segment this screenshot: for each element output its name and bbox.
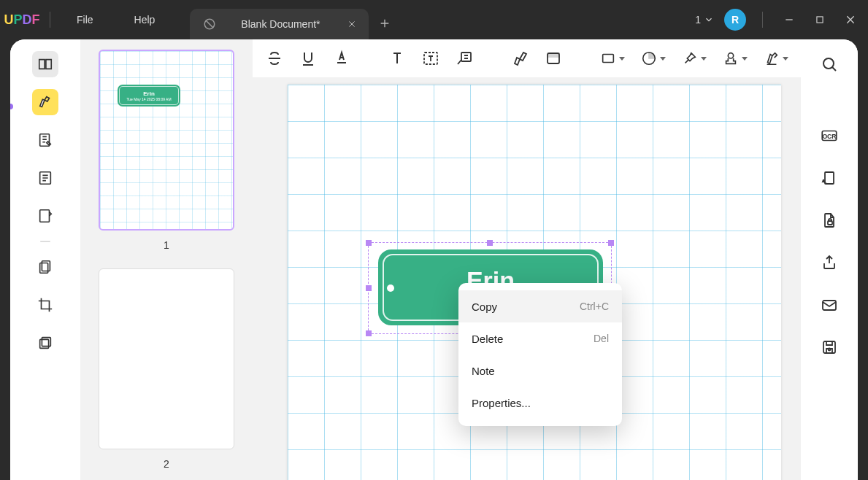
thumbnail-page-2[interactable]: 2	[99, 268, 234, 470]
thumb-number: 1	[164, 239, 169, 251]
resize-handle-tr[interactable]	[608, 240, 614, 246]
logo-letter: U	[4, 12, 13, 28]
highlight-tool-icon[interactable]	[32, 89, 58, 115]
text-tool-icon[interactable]	[32, 165, 58, 191]
share-icon[interactable]	[818, 251, 841, 274]
pin-icon[interactable]	[682, 47, 707, 69]
resize-handle-bl[interactable]	[366, 330, 372, 336]
blank-doc-icon	[203, 18, 216, 31]
stamp-icon[interactable]	[723, 47, 748, 69]
thumbnail-panel: Erin Tue May 14 2025 08:09 AM 1 2	[80, 39, 253, 480]
app-logo: UPDF	[0, 12, 44, 28]
right-rail: OCR	[801, 39, 858, 480]
svg-point-16	[823, 58, 834, 69]
new-tab-button[interactable]	[372, 7, 398, 39]
format-toolbar	[253, 39, 801, 77]
svg-rect-22	[823, 341, 835, 353]
area-icon[interactable]	[545, 47, 562, 69]
lock-file-icon[interactable]	[818, 209, 841, 232]
svg-text:OCR: OCR	[822, 133, 837, 140]
window-controls-group: 1 R	[695, 9, 868, 31]
logo-letter: F	[32, 12, 40, 28]
rectangle-icon[interactable]	[600, 47, 625, 69]
menu-label: Delete	[472, 333, 503, 345]
svg-rect-21	[823, 301, 836, 310]
crop-tool-icon[interactable]	[32, 292, 58, 318]
text-box-icon[interactable]	[422, 47, 439, 69]
divider	[50, 12, 50, 28]
page[interactable]: Erin Tue M Copy Ctrl+C Delete	[288, 85, 781, 480]
signature-icon[interactable]	[764, 47, 788, 69]
svg-rect-8	[40, 339, 49, 348]
workspace: Erin Tue May 14 2025 08:09 AM 1 2	[10, 39, 858, 480]
svg-rect-10	[461, 53, 471, 61]
search-icon[interactable]	[818, 53, 841, 76]
context-menu-note[interactable]: Note	[458, 355, 622, 387]
thumb-number: 2	[164, 458, 169, 470]
titlebar: UPDF File Help Blank Document* 1 R	[0, 0, 868, 39]
divider	[762, 12, 763, 28]
save-icon[interactable]	[818, 336, 841, 359]
mini-sign-name: Erin	[143, 90, 155, 97]
sticker-icon[interactable]	[641, 47, 666, 69]
reader-tool-icon[interactable]	[32, 51, 58, 77]
menu-shortcut: Del	[594, 333, 609, 344]
file-menu[interactable]: File	[56, 14, 114, 26]
chevron-down-icon	[742, 57, 748, 61]
canvas-area[interactable]: Erin Tue M Copy Ctrl+C Delete	[253, 77, 801, 480]
ocr-icon[interactable]: OCR	[818, 124, 841, 147]
text-color-icon[interactable]	[333, 47, 350, 69]
strike-icon[interactable]	[266, 47, 283, 69]
form-tool-icon[interactable]	[32, 203, 58, 229]
svg-rect-20	[828, 221, 832, 225]
chevron-down-icon	[783, 57, 788, 61]
page-indicator[interactable]: 1	[695, 14, 714, 26]
context-menu: Copy Ctrl+C Delete Del Note Properties..…	[458, 283, 622, 426]
mail-icon[interactable]	[818, 293, 841, 317]
tab-close-icon[interactable]	[345, 18, 358, 31]
layers-tool-icon[interactable]	[32, 330, 58, 356]
menu-label: Note	[472, 365, 495, 377]
svg-rect-1	[817, 17, 823, 23]
separator	[40, 241, 50, 242]
mini-sign-date: Tue May 14 2025 08:09 AM	[126, 97, 171, 101]
avatar[interactable]: R	[724, 9, 746, 31]
help-menu[interactable]: Help	[114, 14, 176, 26]
chevron-down-icon	[619, 57, 625, 61]
left-rail	[10, 39, 80, 480]
minimize-button[interactable]	[779, 9, 799, 30]
edit-tool-icon[interactable]	[32, 127, 58, 153]
tab-title: Blank Document*	[223, 18, 337, 30]
resize-handle-tl[interactable]	[366, 240, 372, 246]
svg-rect-12	[548, 53, 559, 57]
close-button[interactable]	[840, 9, 861, 30]
maximize-button[interactable]	[810, 9, 830, 30]
rotate-icon[interactable]	[818, 166, 841, 190]
callout-icon[interactable]	[456, 47, 473, 69]
context-menu-delete[interactable]: Delete Del	[458, 322, 622, 355]
tabs: Blank Document*	[190, 0, 397, 39]
context-menu-copy[interactable]: Copy Ctrl+C	[458, 290, 622, 322]
chevron-down-icon	[660, 57, 666, 61]
pages-tool-icon[interactable]	[32, 254, 58, 280]
resize-handle-ml[interactable]	[366, 285, 372, 291]
side-indicator	[10, 104, 13, 109]
resize-handle-tm[interactable]	[487, 240, 493, 246]
mini-sign: Erin Tue May 14 2025 08:09 AM	[118, 85, 180, 107]
svg-point-23	[829, 349, 831, 351]
thumbnail-1: Erin Tue May 14 2025 08:09 AM	[99, 50, 234, 231]
typewriter-icon[interactable]	[388, 47, 406, 69]
logo-letter: P	[13, 12, 22, 28]
thumbnail-2	[99, 268, 234, 449]
page-indicator-label: 1	[695, 14, 701, 26]
context-menu-properties[interactable]: Properties...	[458, 387, 622, 419]
logo-letter: D	[23, 12, 32, 28]
mini-grid	[100, 51, 233, 229]
menu-label: Properties...	[472, 397, 531, 409]
underline-icon[interactable]	[299, 47, 317, 69]
document-tab[interactable]: Blank Document*	[190, 9, 368, 39]
svg-rect-13	[603, 55, 614, 63]
chevron-down-icon	[704, 15, 714, 25]
highlight-icon[interactable]	[511, 47, 529, 69]
thumbnail-page-1[interactable]: Erin Tue May 14 2025 08:09 AM 1	[99, 50, 234, 251]
